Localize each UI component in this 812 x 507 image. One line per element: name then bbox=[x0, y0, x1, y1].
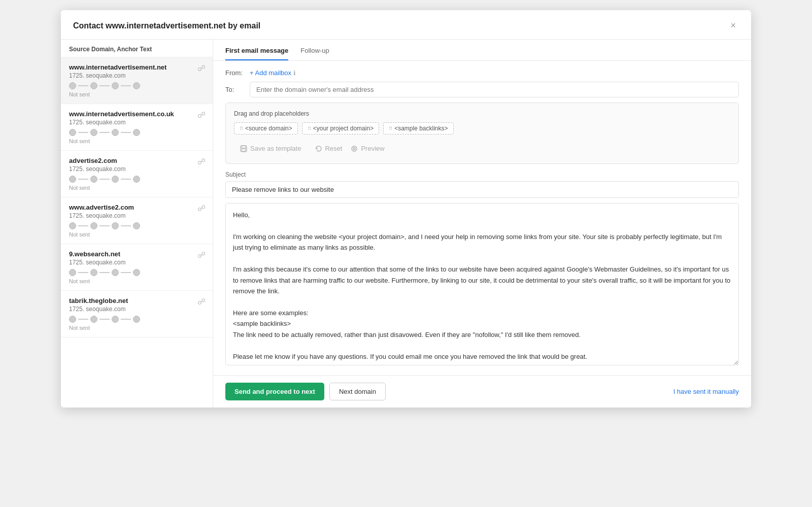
svg-rect-2 bbox=[242, 149, 246, 151]
dot-line bbox=[78, 85, 88, 86]
modal: Contact www.internetadvertisement.net by… bbox=[61, 10, 751, 408]
sidebar-item-dots bbox=[69, 176, 205, 183]
sidebar-item-domain: tabrik.theglobe.net bbox=[69, 297, 205, 305]
manual-sent-button[interactable]: I have sent it manually bbox=[673, 383, 739, 400]
close-button[interactable]: × bbox=[727, 19, 739, 32]
preview-label: Preview bbox=[361, 145, 384, 152]
sidebar-item-status: Not sent bbox=[69, 325, 205, 331]
body-textarea[interactable] bbox=[225, 203, 739, 365]
dot-line bbox=[99, 272, 110, 273]
subject-input[interactable] bbox=[225, 181, 739, 198]
dot bbox=[69, 316, 76, 323]
dot-line bbox=[121, 225, 131, 226]
dot-line bbox=[78, 319, 88, 320]
chip-project-domain-label: <your project domain> bbox=[313, 125, 374, 132]
dot-line bbox=[121, 319, 131, 320]
drag-dots-2: ⠿ bbox=[308, 126, 311, 131]
sidebar-item-dots bbox=[69, 129, 205, 136]
dot bbox=[69, 129, 76, 136]
modal-title: Contact www.internetadvertisement.net by… bbox=[73, 21, 260, 30]
sidebar-item-status: Not sent bbox=[69, 231, 205, 238]
message-icon: ☍ bbox=[197, 250, 206, 260]
dot-line bbox=[78, 132, 88, 133]
dot-line bbox=[99, 132, 110, 133]
sidebar-item[interactable]: www.internetadvertisement.net 1725. seoq… bbox=[61, 57, 213, 104]
sidebar-item[interactable]: advertise2.com 1725. seoquake.com Not se… bbox=[61, 151, 213, 197]
dot bbox=[133, 222, 140, 229]
sidebar-item-dots bbox=[69, 269, 205, 276]
footer-left: Send and proceed to next Next domain bbox=[225, 383, 386, 400]
chip-source-domain[interactable]: ⠿ <source domain> bbox=[234, 122, 298, 134]
message-icon: ☍ bbox=[197, 110, 206, 120]
info-icon: ℹ bbox=[293, 70, 296, 77]
sidebar-item-sub: 1725. seoquake.com bbox=[69, 259, 205, 266]
dot bbox=[112, 316, 119, 323]
dot-line bbox=[121, 272, 131, 273]
dot bbox=[133, 82, 140, 89]
drag-dots-1: ⠿ bbox=[240, 126, 243, 131]
save-as-template-button[interactable]: Save as template bbox=[234, 141, 307, 156]
dot bbox=[112, 269, 119, 276]
chip-project-domain[interactable]: ⠿ <your project domain> bbox=[302, 122, 379, 134]
sidebar-item-sub: 1725. seoquake.com bbox=[69, 212, 205, 219]
dot-line bbox=[99, 179, 110, 180]
modal-header: Contact www.internetadvertisement.net by… bbox=[61, 10, 751, 40]
chip-sample-backlinks[interactable]: ⠿ <sample backlinks> bbox=[383, 122, 453, 134]
dot bbox=[90, 82, 97, 89]
subject-label: Subject bbox=[225, 171, 739, 178]
email-form: From: + Add mailbox ℹ To: Drag and drop … bbox=[213, 61, 751, 375]
sidebar-item-sub: 1725. seoquake.com bbox=[69, 72, 205, 79]
sidebar-item[interactable]: 9.websearch.net 1725. seoquake.com Not s… bbox=[61, 244, 213, 291]
modal-body: Source Domain, Anchor Text www.interneta… bbox=[61, 40, 751, 408]
dot-line bbox=[99, 225, 110, 226]
add-mailbox-button[interactable]: + Add mailbox ℹ bbox=[250, 69, 296, 77]
sidebar-item[interactable]: www.advertise2.com 1725. seoquake.com No… bbox=[61, 197, 213, 244]
dot-line bbox=[78, 272, 88, 273]
to-input[interactable] bbox=[250, 82, 739, 97]
sidebar-item-sub: 1725. seoquake.com bbox=[69, 119, 205, 126]
dot bbox=[69, 82, 76, 89]
reset-label: Reset bbox=[325, 145, 342, 152]
dot bbox=[133, 129, 140, 136]
sidebar-item-domain: 9.websearch.net bbox=[69, 250, 205, 258]
sidebar-header: Source Domain, Anchor Text bbox=[61, 40, 213, 57]
sidebar: Source Domain, Anchor Text www.interneta… bbox=[61, 40, 213, 408]
message-icon: ☍ bbox=[197, 204, 206, 213]
dot bbox=[90, 176, 97, 183]
sidebar-item-status: Not sent bbox=[69, 91, 205, 97]
next-domain-button[interactable]: Next domain bbox=[329, 383, 386, 400]
tab-followup[interactable]: Follow-up bbox=[300, 40, 329, 60]
reset-button[interactable]: Reset bbox=[315, 145, 342, 152]
sidebar-item-sub: 1725. seoquake.com bbox=[69, 306, 205, 313]
placeholder-box: Drag and drop placeholders ⠿ <source dom… bbox=[225, 103, 739, 164]
dot bbox=[90, 222, 97, 229]
dot bbox=[112, 176, 119, 183]
message-icon: ☍ bbox=[197, 157, 206, 166]
from-row: From: + Add mailbox ℹ bbox=[225, 69, 739, 77]
tabs: First email message Follow-up bbox=[213, 40, 751, 61]
svg-point-4 bbox=[353, 148, 355, 150]
message-icon: ☍ bbox=[197, 63, 206, 73]
dot-line bbox=[99, 319, 110, 320]
message-icon: ☍ bbox=[197, 297, 206, 307]
dot bbox=[69, 222, 76, 229]
sidebar-item-dots bbox=[69, 316, 205, 323]
dot bbox=[133, 269, 140, 276]
send-proceed-button[interactable]: Send and proceed to next bbox=[225, 383, 324, 400]
right-panel: First email message Follow-up From: + Ad… bbox=[213, 40, 751, 408]
to-label: To: bbox=[225, 86, 250, 93]
dot bbox=[133, 316, 140, 323]
sidebar-item[interactable]: tabrik.theglobe.net 1725. seoquake.com N… bbox=[61, 291, 213, 337]
dot-line bbox=[121, 85, 131, 86]
sidebar-item[interactable]: www.internetadvertisement.co.uk 1725. se… bbox=[61, 104, 213, 151]
tab-first-email[interactable]: First email message bbox=[225, 40, 288, 60]
sidebar-item-status: Not sent bbox=[69, 185, 205, 191]
sidebar-item-sub: 1725. seoquake.com bbox=[69, 165, 205, 173]
preview-button[interactable]: Preview bbox=[350, 145, 384, 152]
dot-line bbox=[78, 225, 88, 226]
svg-rect-1 bbox=[242, 146, 246, 148]
drag-dots-3: ⠿ bbox=[389, 126, 392, 131]
sidebar-item-dots bbox=[69, 82, 205, 89]
dot bbox=[90, 269, 97, 276]
sidebar-items-container: www.internetadvertisement.net 1725. seoq… bbox=[61, 57, 213, 337]
